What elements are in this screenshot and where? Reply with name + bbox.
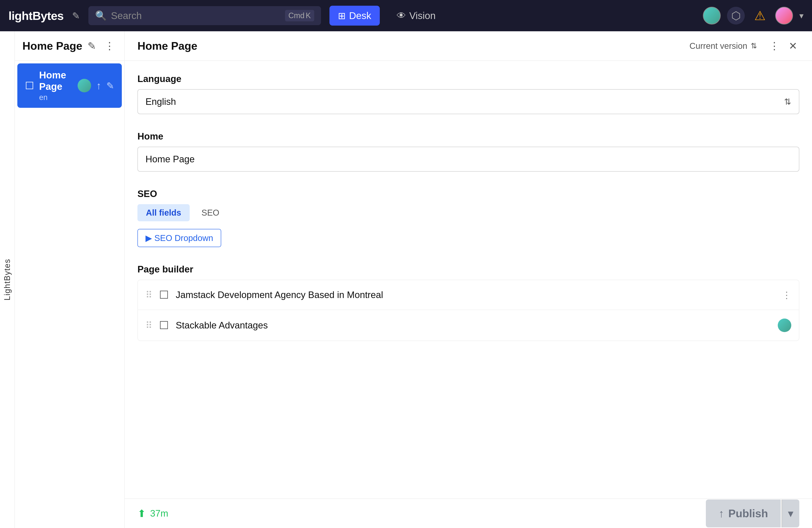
panel-item-page-icon: ☐ [25,80,34,91]
publish-label: Publish [728,507,768,520]
cube-glyph: ⬡ [731,9,741,22]
warning-glyph: ⚠ [754,8,766,23]
home-input[interactable]: Home Page [137,147,799,172]
panel-more-icon[interactable]: ⋮ [102,38,117,54]
main-layout: LightBytes Home Page ✎ ⋮ ☐ Home Page en … [0,31,812,528]
search-placeholder: Search [111,10,281,21]
user-avatar-1[interactable] [703,7,721,25]
k-key: K [306,11,311,20]
seo-tab-all-fields[interactable]: All fields [137,204,190,221]
builder-item-avatar-1 [778,319,791,332]
publish-area: ↑ Publish ▾ [706,499,799,527]
sidebar-label: LightBytes [3,259,12,300]
builder-page-icon-1: ☐ [159,319,169,332]
publish-arrow-icon: ↑ [719,507,724,520]
panel-edit-icon[interactable]: ✎ [85,38,98,54]
top-nav: lightBytes ✎ 🔍 Search Cmd K ⊞ Desk 👁 Vis… [0,0,812,31]
seo-dropdown-button[interactable]: ▶ SEO Dropdown [137,229,221,247]
status-upload-icon: ⬆ [137,508,146,519]
language-chevron-icon: ⇅ [784,97,791,106]
language-label: Language [137,74,799,84]
cmd-key: Cmd [288,11,304,20]
home-label: Home [137,131,799,142]
vision-icon: 👁 [397,10,406,21]
panel-item-name: Home Page [39,69,73,92]
seo-tab-seo[interactable]: SEO [193,204,228,221]
seo-field-group: SEO All fields SEO ▶ SEO Dropdown [137,189,799,247]
panel-right: Home Page Current version ⇅ ⋮ ✕ Language… [125,31,812,528]
nav-right: ⬡ ⚠ ▾ [703,7,803,25]
panel-left-title: Home Page [23,40,82,52]
tab-desk-label: Desk [349,10,371,21]
warning-icon[interactable]: ⚠ [751,7,769,25]
publish-chevron-button[interactable]: ▾ [782,499,799,527]
panel-item-edit-icon[interactable]: ✎ [106,80,114,91]
builder-item-text-1: Stackable Advantages [176,320,771,331]
panel-right-actions: Current version ⇅ ⋮ ✕ [684,38,799,54]
drag-handle-icon-1[interactable]: ⠿ [145,320,152,331]
page-builder-label: Page builder [137,264,799,275]
desk-icon: ⊞ [338,10,346,21]
app-logo: lightBytes [9,9,64,23]
left-sidebar: LightBytes [0,31,15,528]
version-chevron-icon: ⇅ [751,41,757,50]
panel-right-header: Home Page Current version ⇅ ⋮ ✕ [125,31,812,61]
panel-item-sub: en [39,93,73,102]
tab-vision[interactable]: 👁 Vision [388,6,444,26]
home-field-group: Home Home Page [137,131,799,172]
builder-page-icon-0: ☐ [159,289,169,301]
builder-item-0: ⠿ ☐ Jamstack Development Agency Based in… [138,280,799,310]
bottom-bar: ⬆ 37m ↑ Publish ▾ [125,498,812,528]
cube-icon[interactable]: ⬡ [727,7,745,25]
nav-chevron-down[interactable]: ▾ [799,11,803,20]
search-bar[interactable]: 🔍 Search Cmd K [88,6,321,25]
panel-left: Home Page ✎ ⋮ ☐ Home Page en ↑ ✎ [15,31,125,528]
builder-item-menu-0[interactable]: ⋮ [782,290,791,300]
panel-right-title: Home Page [137,40,197,52]
seo-dropdown-label: ▶ SEO Dropdown [145,233,213,243]
user-avatar-2[interactable] [775,7,793,25]
builder-item-1: ⠿ ☐ Stackable Advantages [138,310,799,340]
bottom-status: ⬆ 37m [137,508,168,519]
panel-item-homepage[interactable]: ☐ Home Page en ↑ ✎ [17,63,122,108]
home-value: Home Page [145,154,194,164]
search-icon: 🔍 [95,10,107,21]
builder-item-text-0: Jamstack Development Agency Based in Mon… [176,290,775,300]
header-more-icon[interactable]: ⋮ [767,38,782,54]
language-value: English [145,97,176,107]
page-builder-field-group: Page builder ⠿ ☐ Jamstack Development Ag… [137,264,799,341]
search-shortcut: Cmd K [285,10,314,21]
tab-vision-label: Vision [409,10,436,21]
version-label: Current version [690,41,747,51]
panel-item-avatar [77,79,91,92]
drag-handle-icon-0[interactable]: ⠿ [145,290,152,300]
publish-button[interactable]: ↑ Publish [706,499,781,527]
tab-desk[interactable]: ⊞ Desk [330,6,380,26]
language-select[interactable]: English ⇅ [137,89,799,114]
status-time: 37m [150,508,168,519]
header-close-icon[interactable]: ✕ [787,38,799,54]
panel-left-header: Home Page ✎ ⋮ [15,31,124,61]
version-selector[interactable]: Current version ⇅ [684,39,762,53]
panel-item-info: Home Page en [39,69,73,102]
panel-content: Language English ⇅ Home Home Page SEO Al… [125,61,812,498]
seo-tabs: All fields SEO [137,204,799,221]
panel-item-upload-icon[interactable]: ↑ [96,80,101,91]
seo-label: SEO [137,189,799,199]
language-field-group: Language English ⇅ [137,74,799,114]
page-builder-container: ⠿ ☐ Jamstack Development Agency Based in… [137,280,799,341]
panel-left-actions: ✎ ⋮ [85,38,117,54]
edit-icon[interactable]: ✎ [72,10,80,21]
